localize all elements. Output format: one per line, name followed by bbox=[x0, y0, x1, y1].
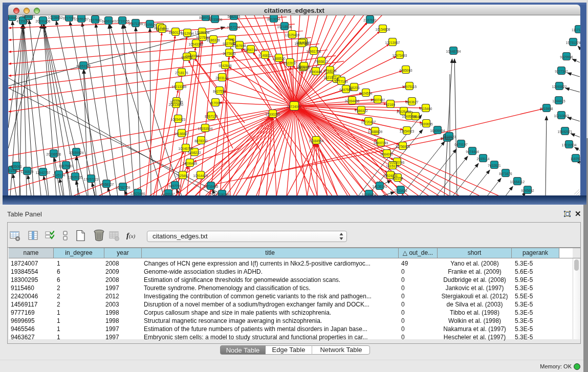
svg-text:8427552: 8427552 bbox=[213, 90, 226, 93]
svg-text:13325419: 13325419 bbox=[285, 33, 300, 37]
svg-text:546: 546 bbox=[229, 38, 235, 41]
svg-text:2367608: 2367608 bbox=[233, 44, 246, 48]
svg-text:3675685: 3675685 bbox=[223, 52, 236, 55]
svg-text:62160: 62160 bbox=[386, 103, 395, 106]
svg-text:8454749: 8454749 bbox=[244, 48, 257, 52]
svg-text:10228452: 10228452 bbox=[48, 16, 63, 19]
svg-text:9463627: 9463627 bbox=[405, 100, 419, 104]
svg-text:20691406: 20691406 bbox=[36, 19, 51, 23]
svg-text:391594: 391594 bbox=[8, 169, 18, 172]
svg-text:1244415: 1244415 bbox=[552, 99, 565, 103]
svg-text:10671355: 10671355 bbox=[128, 22, 143, 26]
svg-text:9699695: 9699695 bbox=[420, 122, 433, 126]
svg-text:10120746: 10120746 bbox=[390, 161, 405, 164]
svg-text:8938923: 8938923 bbox=[443, 135, 456, 139]
svg-text:10807487: 10807487 bbox=[371, 98, 385, 102]
svg-text:2718176: 2718176 bbox=[175, 71, 188, 75]
svg-text:10543382: 10543382 bbox=[189, 42, 204, 46]
svg-text:8813054: 8813054 bbox=[267, 17, 280, 21]
svg-text:22455603: 22455603 bbox=[8, 16, 20, 19]
svg-text:417004: 417004 bbox=[210, 101, 221, 105]
svg-text:10848784: 10848784 bbox=[446, 50, 461, 53]
svg-text:10914479: 10914479 bbox=[193, 174, 208, 178]
svg-text:9242848: 9242848 bbox=[219, 64, 232, 68]
svg-text:9329966: 9329966 bbox=[560, 55, 573, 59]
svg-text:19166827: 19166827 bbox=[175, 132, 189, 136]
svg-text:6466160: 6466160 bbox=[102, 19, 115, 23]
svg-text:12093822: 12093822 bbox=[552, 85, 567, 89]
svg-text:7485063: 7485063 bbox=[399, 69, 412, 72]
svg-text:23706266: 23706266 bbox=[215, 193, 230, 195]
svg-text:10719155: 10719155 bbox=[115, 19, 130, 23]
svg-text:7663822: 7663822 bbox=[156, 28, 169, 31]
svg-text:8660124: 8660124 bbox=[169, 31, 182, 34]
svg-text:8990448: 8990448 bbox=[309, 70, 322, 74]
svg-text:13654923: 13654923 bbox=[400, 129, 415, 133]
svg-text:9245652: 9245652 bbox=[521, 189, 534, 192]
svg-text:9084067: 9084067 bbox=[380, 152, 394, 156]
svg-text:20364436: 20364436 bbox=[345, 99, 360, 103]
svg-text:5498222: 5498222 bbox=[188, 151, 201, 155]
svg-text:19218506: 19218506 bbox=[277, 25, 292, 29]
svg-text:8471676: 8471676 bbox=[499, 172, 512, 176]
svg-text:1733426: 1733426 bbox=[394, 189, 407, 192]
svg-text:20206536: 20206536 bbox=[47, 152, 61, 156]
svg-text:2187682: 2187682 bbox=[363, 18, 377, 22]
svg-text:9115460: 9115460 bbox=[420, 107, 432, 111]
svg-text:1156829: 1156829 bbox=[21, 170, 34, 173]
svg-text:20813640: 20813640 bbox=[169, 103, 184, 106]
svg-text:7386322: 7386322 bbox=[355, 109, 368, 113]
svg-text:18807249: 18807249 bbox=[374, 141, 388, 145]
svg-text:15300295: 15300295 bbox=[266, 113, 280, 116]
svg-text:10756928: 10756928 bbox=[396, 145, 410, 148]
svg-text:17016504: 17016504 bbox=[562, 143, 577, 147]
svg-text:8322037: 8322037 bbox=[284, 61, 297, 65]
svg-text:7625402: 7625402 bbox=[176, 174, 189, 178]
svg-text:16782759: 16782759 bbox=[116, 186, 130, 189]
svg-text:16154808: 16154808 bbox=[376, 28, 390, 31]
svg-text:15720407: 15720407 bbox=[361, 120, 376, 124]
svg-text:10654923: 10654923 bbox=[171, 118, 186, 121]
svg-text:12975115: 12975115 bbox=[402, 85, 417, 89]
svg-text:252254: 252254 bbox=[392, 177, 403, 180]
svg-text:10688609: 10688609 bbox=[368, 130, 383, 134]
svg-text:3215958: 3215958 bbox=[540, 107, 553, 111]
svg-text:989013: 989013 bbox=[181, 56, 192, 59]
svg-text:10025433: 10025433 bbox=[397, 110, 411, 114]
svg-text:15692971: 15692971 bbox=[558, 130, 573, 134]
svg-text:1588520: 1588520 bbox=[272, 57, 286, 60]
svg-text:9474444: 9474444 bbox=[466, 150, 479, 154]
svg-text:7955812: 7955812 bbox=[315, 60, 328, 63]
svg-text:19299464: 19299464 bbox=[362, 193, 377, 195]
svg-text:835061: 835061 bbox=[11, 165, 22, 168]
svg-text:12505135: 12505135 bbox=[68, 176, 83, 179]
svg-text:7357224: 7357224 bbox=[227, 26, 240, 29]
svg-text:1839221: 1839221 bbox=[22, 15, 35, 18]
svg-text:4439167: 4439167 bbox=[162, 192, 175, 195]
svg-text:2066449: 2066449 bbox=[297, 65, 311, 69]
svg-text:19975887: 19975887 bbox=[59, 164, 74, 168]
svg-text:10046756: 10046756 bbox=[179, 147, 193, 150]
svg-text:15157347: 15157347 bbox=[295, 42, 310, 46]
svg-text:7632621: 7632621 bbox=[488, 164, 501, 167]
svg-text:1145194: 1145194 bbox=[53, 173, 66, 177]
svg-text:10958107: 10958107 bbox=[99, 183, 114, 186]
svg-text:15751074: 15751074 bbox=[566, 41, 580, 45]
svg-text:19384554: 19384554 bbox=[309, 139, 324, 143]
svg-text:15716485: 15716485 bbox=[204, 185, 219, 188]
svg-text:11171243: 11171243 bbox=[572, 28, 580, 32]
svg-text:14099489: 14099489 bbox=[183, 162, 198, 165]
svg-text:4735650: 4735650 bbox=[16, 19, 30, 23]
svg-text:3624554: 3624554 bbox=[359, 92, 373, 95]
svg-text:16409954: 16409954 bbox=[430, 129, 445, 133]
svg-text:9457791: 9457791 bbox=[168, 184, 182, 188]
svg-text:6479197: 6479197 bbox=[454, 143, 468, 146]
svg-text:16033809: 16033809 bbox=[208, 18, 223, 21]
svg-text:10210643: 10210643 bbox=[554, 114, 569, 118]
svg-text:8186328: 8186328 bbox=[207, 38, 220, 42]
svg-text:1527602: 1527602 bbox=[89, 18, 102, 22]
svg-text:12923446: 12923446 bbox=[130, 192, 145, 195]
svg-text:746206: 746206 bbox=[349, 86, 360, 90]
svg-text:17359924: 17359924 bbox=[69, 151, 84, 155]
svg-text:10973493: 10973493 bbox=[393, 54, 407, 57]
